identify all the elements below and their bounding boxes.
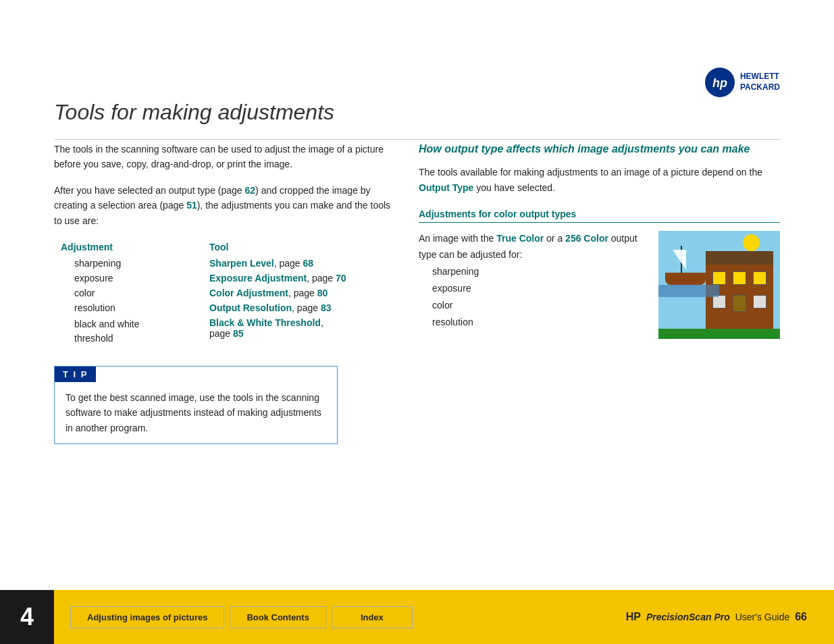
tip-content: To get the best scanned image, use the t… — [55, 382, 337, 444]
building-window — [753, 295, 766, 308]
adj-tool-bw: Black & White Threshold,page 85 — [209, 317, 323, 339]
left-column: The tools in the scanning software can b… — [54, 142, 392, 563]
footer: 4 Adjusting images of pictures Book Cont… — [0, 590, 834, 644]
footer-page-info: HP PrecisionScan Pro User's Guide 66 — [626, 611, 834, 623]
bw-page-link[interactable]: 85 — [233, 328, 244, 339]
hp-logo-icon: hp — [705, 68, 735, 97]
hp-company-name: HEWLETT PACKARD — [740, 72, 780, 92]
right-intro: The tools available for making adjustmen… — [419, 165, 780, 195]
nav-item-index[interactable]: Index — [332, 606, 413, 628]
adj-name-color: color — [61, 288, 155, 298]
title-divider — [54, 139, 780, 140]
building-window — [753, 271, 766, 285]
color-section-content: An image with the True Color or a 256 Co… — [419, 231, 780, 339]
adjustment-table: Adjustment Tool sharpening Sharpen Level… — [61, 242, 392, 346]
right-section-title: How output type affects which image adju… — [419, 142, 780, 157]
nav-item-adjusting[interactable]: Adjusting images of pictures — [70, 606, 224, 628]
footer-guide-label: User's Guide — [735, 612, 789, 622]
hp-logo: hp HEWLETT PACKARD — [705, 68, 780, 97]
water — [658, 285, 719, 297]
page-title: Tools for making adjustments — [54, 100, 780, 125]
boat-sail — [673, 250, 686, 270]
tip-box: T I P To get the best scanned image, use… — [54, 366, 338, 444]
color-section-text: An image with the True Color or a 256 Co… — [419, 231, 645, 331]
nav-item-book-contents[interactable]: Book Contents — [230, 606, 325, 628]
footer-product: PrecisionScan Pro — [646, 612, 730, 622]
col-tool-header: Tool — [209, 242, 229, 252]
sun-icon — [743, 234, 760, 251]
color-link[interactable]: Color Adjustment — [209, 288, 288, 298]
building-window — [712, 271, 726, 285]
building-window — [733, 271, 746, 285]
col-adjustment-header: Adjustment — [61, 242, 155, 252]
list-item: resolution — [432, 314, 645, 331]
true-color-link[interactable]: True Color — [496, 233, 544, 244]
256-color-link[interactable]: 256 Color — [565, 233, 608, 244]
adj-tool-sharpening: Sharpen Level, page 68 — [209, 258, 313, 269]
exposure-link[interactable]: Exposure Adjustment — [209, 273, 307, 284]
intro-para2: After you have selected an output type (… — [54, 183, 392, 228]
boat-hull — [665, 273, 706, 285]
adj-name-sharpening: sharpening — [61, 258, 155, 269]
tip-header: T I P — [55, 367, 96, 382]
footer-page-number: 66 — [795, 611, 807, 623]
table-header: Adjustment Tool — [61, 242, 392, 252]
building-window — [712, 295, 726, 308]
list-item: sharpening — [432, 263, 645, 280]
building-illustration — [706, 265, 773, 339]
intro-para1: The tools in the scanning software can b… — [54, 142, 392, 172]
footer-brand: HP — [626, 611, 641, 623]
resolution-page-link[interactable]: 83 — [321, 302, 332, 313]
footer-nav: Adjusting images of pictures Book Conten… — [54, 606, 626, 628]
link-page62[interactable]: 62 — [245, 185, 256, 196]
right-column: How output type affects which image adju… — [419, 142, 780, 563]
illustration — [658, 231, 780, 339]
adj-name-bw: black and whitethreshold — [61, 317, 155, 346]
building-roof — [706, 251, 773, 265]
color-page-link[interactable]: 80 — [317, 288, 328, 298]
sharpen-link[interactable]: Sharpen Level — [209, 258, 274, 269]
adj-tool-resolution: Output Resolution, page 83 — [209, 302, 332, 313]
adj-name-resolution: resolution — [61, 302, 155, 313]
exposure-page-link[interactable]: 70 — [336, 273, 346, 284]
table-row: resolution Output Resolution, page 83 — [61, 302, 392, 313]
color-intro: An image with the True Color or a 256 Co… — [419, 231, 645, 263]
table-row: black and whitethreshold Black & White T… — [61, 317, 392, 346]
bw-link[interactable]: Black & White Threshold — [209, 317, 321, 328]
svg-text:hp: hp — [712, 76, 727, 90]
page-container: hp HEWLETT PACKARD Tools for making adju… — [0, 0, 834, 644]
link-page51[interactable]: 51 — [186, 200, 197, 211]
list-item: exposure — [432, 280, 645, 297]
ground — [658, 329, 780, 339]
adj-name-exposure: exposure — [61, 273, 155, 284]
chapter-number: 4 — [0, 590, 54, 644]
sharpen-page-link[interactable]: 68 — [303, 258, 314, 269]
list-item: color — [432, 297, 645, 314]
table-row: sharpening Sharpen Level, page 68 — [61, 258, 392, 269]
adj-tool-color: Color Adjustment, page 80 — [209, 288, 328, 298]
color-adjustments-list: sharpening exposure color resolution — [432, 263, 645, 331]
color-section-title: Adjustments for color output types — [419, 209, 780, 223]
output-type-link[interactable]: Output Type — [419, 182, 473, 193]
table-row: color Color Adjustment, page 80 — [61, 288, 392, 298]
building-window — [733, 295, 746, 312]
table-row: exposure Exposure Adjustment, page 70 — [61, 273, 392, 284]
illustration-inner — [658, 231, 780, 339]
resolution-link[interactable]: Output Resolution — [209, 302, 292, 313]
content-area: The tools in the scanning software can b… — [54, 142, 780, 563]
adj-tool-exposure: Exposure Adjustment, page 70 — [209, 273, 346, 284]
